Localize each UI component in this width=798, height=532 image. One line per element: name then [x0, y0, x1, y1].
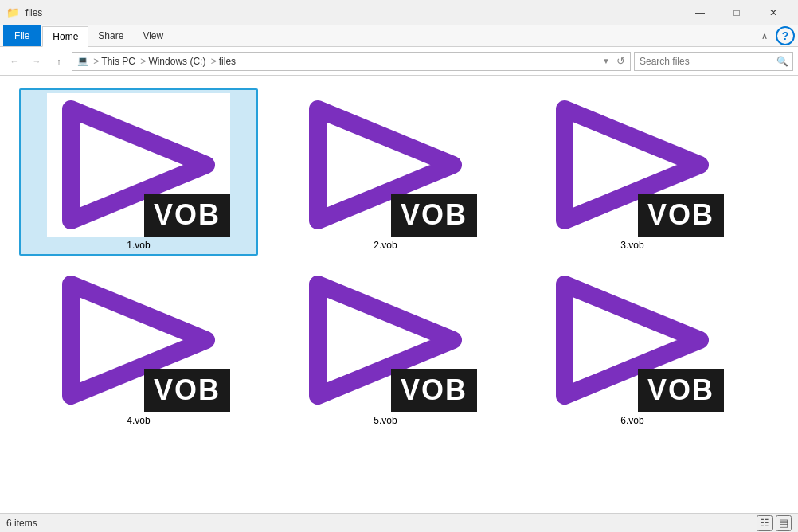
file-name: 6.vob	[620, 415, 643, 426]
ribbon: File Home Share View ∧ ?	[0, 25, 798, 47]
title-bar: 📁 files — □ ✕	[0, 0, 798, 25]
address-path[interactable]: 💻 > This PC > Windows (C:) > files ▼ ↺	[72, 52, 631, 71]
address-bar: ← → ↑ 💻 > This PC > Windows (C:) > files…	[0, 47, 798, 76]
ribbon-collapse-btn[interactable]: ∧	[757, 28, 773, 44]
ribbon-tabs: File Home Share View ∧ ?	[0, 25, 798, 46]
file-view: VOB 1.vob VOB 2.vob	[0, 76, 798, 513]
window-title: files	[25, 7, 682, 18]
window-icon: 📁	[6, 6, 19, 18]
list-item[interactable]: VOB 4.vob	[19, 264, 258, 431]
breadcrumb-thispc-label[interactable]: This PC	[101, 56, 135, 67]
file-name: 5.vob	[374, 415, 397, 426]
refresh-icon[interactable]: ↺	[616, 55, 625, 67]
file-thumbnail: VOB	[294, 268, 477, 412]
search-wrapper: 🔍	[634, 52, 793, 71]
list-item[interactable]: VOB 3.vob	[513, 88, 752, 256]
files-grid: VOB 1.vob VOB 2.vob	[6, 82, 792, 437]
list-item[interactable]: VOB 6.vob	[513, 264, 752, 431]
file-thumbnail: VOB	[47, 268, 230, 412]
vob-badge: VOB	[391, 194, 477, 237]
file-name: 2.vob	[374, 240, 397, 251]
breadcrumb-files[interactable]: files	[219, 56, 236, 67]
tab-view[interactable]: View	[133, 25, 173, 46]
help-button[interactable]: ?	[776, 26, 795, 45]
close-button[interactable]: ✕	[755, 0, 792, 25]
vob-badge: VOB	[638, 194, 724, 237]
file-thumbnail: VOB	[541, 93, 724, 237]
vob-badge: VOB	[391, 369, 477, 412]
tab-share[interactable]: Share	[88, 25, 133, 46]
list-item[interactable]: VOB 5.vob	[266, 264, 505, 431]
breadcrumb-thispc[interactable]: 💻	[77, 56, 88, 66]
back-button[interactable]: ←	[5, 52, 24, 71]
title-bar-icons: 📁	[6, 6, 19, 18]
file-name: 3.vob	[620, 240, 643, 251]
forward-button[interactable]: →	[27, 52, 46, 71]
vob-badge: VOB	[144, 369, 230, 412]
file-thumbnail: VOB	[47, 93, 230, 237]
vob-badge: VOB	[638, 369, 724, 412]
details-view-button[interactable]: ☷	[757, 515, 773, 531]
file-thumbnail: VOB	[294, 93, 477, 237]
view-toggle: ☷ ▤	[757, 515, 792, 531]
tab-home[interactable]: Home	[42, 26, 88, 47]
search-input[interactable]	[634, 52, 793, 71]
large-icons-view-button[interactable]: ▤	[776, 515, 792, 531]
list-item[interactable]: VOB 1.vob	[19, 88, 258, 256]
main-content: VOB 1.vob VOB 2.vob	[0, 76, 798, 513]
file-name: 1.vob	[127, 240, 150, 251]
dropdown-arrow-icon[interactable]: ▼	[602, 57, 610, 65]
file-name: 4.vob	[127, 415, 150, 426]
minimize-button[interactable]: —	[682, 0, 718, 25]
title-bar-controls: — □ ✕	[682, 0, 792, 25]
tab-file[interactable]: File	[3, 25, 41, 46]
vob-badge: VOB	[144, 194, 230, 237]
file-thumbnail: VOB	[541, 268, 724, 412]
breadcrumb-windows[interactable]: Windows (C:)	[148, 56, 205, 67]
maximize-button[interactable]: □	[718, 0, 755, 25]
list-item[interactable]: VOB 2.vob	[266, 88, 505, 256]
status-bar: 6 items ☷ ▤	[0, 513, 798, 532]
up-button[interactable]: ↑	[49, 52, 68, 71]
item-count: 6 items	[6, 518, 37, 529]
